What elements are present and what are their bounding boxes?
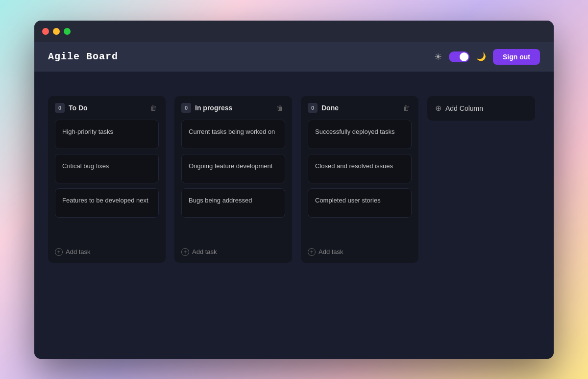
- inprogress-title: In progress: [195, 104, 232, 112]
- done-count: 0: [308, 103, 318, 113]
- todo-card-1[interactable]: Critical bug fixes: [55, 154, 159, 183]
- todo-card-2[interactable]: Features to be developed next: [55, 188, 159, 218]
- theme-toggle[interactable]: [449, 51, 469, 62]
- todo-title: To Do: [69, 104, 88, 112]
- todo-delete-button[interactable]: 🗑: [148, 103, 159, 113]
- inprogress-card-1[interactable]: Ongoing feature development: [181, 154, 285, 183]
- inprogress-add-task-label: Add task: [192, 248, 217, 255]
- done-add-task-icon: +: [308, 248, 316, 256]
- done-add-task-button[interactable]: + Add task: [308, 243, 412, 256]
- todo-cards: High-priority tasks Critical bug fixes F…: [55, 120, 159, 241]
- done-cards: Successfully deployed tasks Closed and r…: [308, 120, 412, 241]
- column-done-header: 0 Done 🗑: [308, 103, 412, 113]
- todo-count: 0: [55, 103, 65, 113]
- navbar-right: ☀ 🌙 Sign out: [434, 49, 540, 65]
- minimize-button[interactable]: [53, 28, 60, 35]
- inprogress-delete-button[interactable]: 🗑: [274, 103, 285, 113]
- column-done-header-left: 0 Done: [308, 103, 339, 113]
- column-inprogress-header-left: 0 In progress: [181, 103, 232, 113]
- maximize-button[interactable]: [64, 28, 71, 35]
- todo-card-0[interactable]: High-priority tasks: [55, 120, 159, 149]
- moon-icon: 🌙: [476, 52, 486, 61]
- done-card-2-text: Completed user stories: [315, 197, 381, 204]
- done-card-0-text: Successfully deployed tasks: [315, 128, 395, 135]
- sun-icon: ☀: [434, 51, 442, 62]
- column-done: 0 Done 🗑 Successfully deployed tasks Clo…: [301, 96, 418, 263]
- todo-add-task-icon: +: [55, 248, 63, 256]
- toggle-knob: [460, 52, 468, 61]
- traffic-lights: [42, 28, 71, 35]
- done-add-task-label: Add task: [318, 248, 343, 255]
- add-column-label: Add Column: [445, 104, 483, 112]
- navbar: Agile Board ☀ 🌙 Sign out: [34, 42, 554, 72]
- column-todo-header-left: 0 To Do: [55, 103, 88, 113]
- board: 0 To Do 🗑 High-priority tasks Critical b…: [48, 96, 540, 345]
- column-todo-header: 0 To Do 🗑: [55, 103, 159, 113]
- todo-card-2-text: Features to be developed next: [62, 197, 148, 204]
- inprogress-add-task-button[interactable]: + Add task: [181, 243, 285, 256]
- todo-add-task-button[interactable]: + Add task: [55, 243, 159, 256]
- column-inprogress-header: 0 In progress 🗑: [181, 103, 285, 113]
- close-button[interactable]: [42, 28, 49, 35]
- inprogress-card-0[interactable]: Current tasks being worked on: [181, 120, 285, 149]
- titlebar: [34, 21, 554, 42]
- sign-out-button[interactable]: Sign out: [493, 49, 540, 65]
- done-title: Done: [321, 104, 339, 112]
- inprogress-card-2-text: Bugs being addressed: [189, 197, 252, 204]
- main-content: 0 To Do 🗑 High-priority tasks Critical b…: [34, 72, 554, 359]
- add-column-button[interactable]: ⊕ Add Column: [427, 96, 535, 121]
- done-card-0[interactable]: Successfully deployed tasks: [308, 120, 412, 149]
- column-todo: 0 To Do 🗑 High-priority tasks Critical b…: [48, 96, 166, 263]
- column-inprogress: 0 In progress 🗑 Current tasks being work…: [174, 96, 292, 263]
- done-card-1[interactable]: Closed and resolved issues: [308, 154, 412, 183]
- inprogress-card-0-text: Current tasks being worked on: [189, 128, 275, 135]
- todo-card-1-text: Critical bug fixes: [62, 162, 109, 170]
- inprogress-card-2[interactable]: Bugs being addressed: [181, 188, 285, 218]
- inprogress-card-1-text: Ongoing feature development: [189, 162, 272, 170]
- add-column-icon: ⊕: [435, 103, 441, 113]
- todo-add-task-label: Add task: [66, 248, 91, 255]
- done-card-2[interactable]: Completed user stories: [308, 188, 412, 218]
- inprogress-add-task-icon: +: [181, 248, 189, 256]
- app-title: Agile Board: [48, 51, 118, 62]
- todo-card-0-text: High-priority tasks: [62, 128, 113, 135]
- inprogress-cards: Current tasks being worked on Ongoing fe…: [181, 120, 285, 241]
- app-window: Agile Board ☀ 🌙 Sign out 0 To Do 🗑: [34, 21, 554, 359]
- inprogress-count: 0: [181, 103, 191, 113]
- done-delete-button[interactable]: 🗑: [401, 103, 412, 113]
- done-card-1-text: Closed and resolved issues: [315, 162, 393, 170]
